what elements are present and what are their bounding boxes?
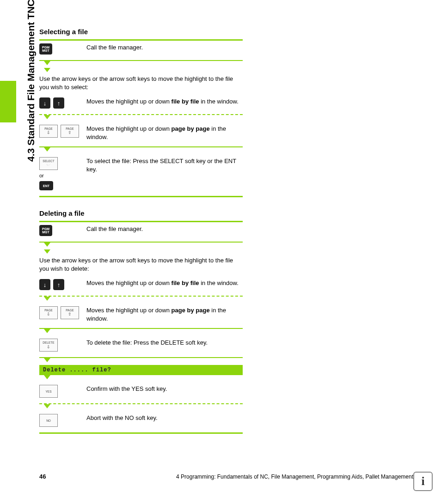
prompt-bar: Delete ..... file? — [39, 365, 243, 375]
step-text: Moves the highlight up or down file by f… — [86, 97, 243, 106]
step-text: Moves the highlight up or down file by f… — [86, 279, 243, 287]
hard-key: PGM MGT — [39, 43, 52, 55]
step-row: PGM MGTCall the file manager. — [39, 41, 243, 60]
soft-key: PAGE⇧ — [61, 125, 79, 138]
step-row: ↓↑Moves the highlight up or down file by… — [39, 95, 243, 114]
section-heading: Deleting a file — [39, 209, 243, 217]
side-tab — [0, 81, 16, 122]
step-text: Confirm with the YES soft key. — [86, 385, 243, 393]
step-text: Call the file manager. — [86, 225, 243, 233]
step-row: SELECT☞orENTTo select the file: Press th… — [39, 154, 243, 196]
hard-key: PGM MGT — [39, 225, 52, 236]
step-text: To select the file: Press the SELECT sof… — [86, 157, 243, 173]
arrow-key: ↓ — [39, 279, 50, 290]
soft-key: NO — [39, 414, 58, 427]
step-row: DELETE⇩To delete the file: Press the DEL… — [39, 336, 243, 357]
page-content: Selecting a filePGM MGTCall the file man… — [39, 28, 243, 434]
step-row: NOAbort with the NO soft key. — [39, 411, 243, 432]
soft-key: PAGE⇩ — [39, 306, 58, 319]
info-icon: i — [413, 472, 433, 491]
soft-key: PAGE⇧ — [61, 306, 79, 319]
arrow-key: ↑ — [53, 279, 64, 290]
chapter-title: 4 Programming: Fundamentals of NC, File … — [176, 474, 413, 480]
arrow-key: ↑ — [53, 97, 64, 109]
step-intro: Use the arrow keys or the arrow soft key… — [39, 75, 243, 91]
section-heading: Selecting a file — [39, 28, 243, 36]
step-text: Abort with the NO soft key. — [86, 414, 243, 422]
or-label: or — [39, 173, 81, 178]
page-footer: 46 4 Programming: Fundamentals of NC, Fi… — [39, 473, 413, 480]
soft-key: PAGE⇩ — [39, 125, 58, 138]
step-row: ↓↑Moves the highlight up or down file by… — [39, 276, 243, 296]
step-text: To delete the file: Press the DELETE sof… — [86, 339, 243, 347]
soft-key: DELETE⇩ — [39, 339, 58, 352]
step-row: PGM MGTCall the file manager. — [39, 222, 243, 242]
page-number: 46 — [39, 473, 46, 480]
step-text: Moves the highlight up or down page by p… — [86, 306, 243, 322]
step-text: Moves the highlight up or down page by p… — [86, 125, 243, 141]
side-section-label: 4.3 Standard File Management TNC 426, TN… — [25, 0, 37, 162]
soft-key: YES — [39, 385, 58, 398]
step-row: PAGE⇩PAGE⇧Moves the highlight up or down… — [39, 122, 243, 146]
soft-key: SELECT☞ — [39, 157, 58, 170]
step-intro: Use the arrow keys or the arrow soft key… — [39, 256, 243, 273]
step-text: Call the file manager. — [86, 43, 243, 52]
step-row: PAGE⇩PAGE⇧Moves the highlight up or down… — [39, 304, 243, 328]
arrow-key: ↓ — [39, 97, 50, 109]
step-row: YESConfirm with the YES soft key. — [39, 382, 243, 403]
hard-key: ENT — [39, 181, 53, 190]
